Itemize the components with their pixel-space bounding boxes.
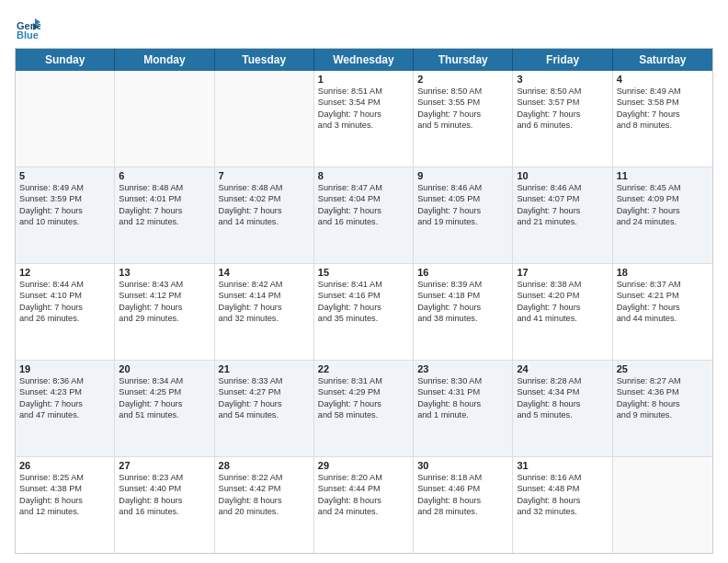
day-cell-6: 6Sunrise: 8:48 AM Sunset: 4:01 PM Daylig… [115, 167, 214, 263]
day-info: Sunrise: 8:23 AM Sunset: 4:40 PM Dayligh… [119, 472, 210, 518]
empty-cell [115, 71, 214, 167]
header-cell-saturday: Saturday [613, 49, 712, 71]
svg-text:Blue: Blue [17, 29, 39, 40]
day-number: 9 [417, 170, 508, 181]
calendar-row-5: 26Sunrise: 8:25 AM Sunset: 4:38 PM Dayli… [16, 457, 712, 553]
day-info: Sunrise: 8:16 AM Sunset: 4:48 PM Dayligh… [517, 472, 608, 518]
empty-cell [215, 71, 314, 167]
calendar-header-row: SundayMondayTuesdayWednesdayThursdayFrid… [16, 49, 712, 71]
day-info: Sunrise: 8:41 AM Sunset: 4:16 PM Dayligh… [318, 279, 409, 325]
day-info: Sunrise: 8:50 AM Sunset: 3:55 PM Dayligh… [417, 86, 508, 132]
day-number: 31 [517, 460, 608, 471]
calendar-row-2: 5Sunrise: 8:49 AM Sunset: 3:59 PM Daylig… [16, 167, 712, 264]
day-number: 10 [517, 170, 608, 181]
day-number: 15 [318, 267, 409, 278]
day-number: 6 [119, 170, 210, 181]
day-number: 28 [219, 460, 310, 471]
day-cell-3: 3Sunrise: 8:50 AM Sunset: 3:57 PM Daylig… [513, 71, 612, 167]
day-cell-2: 2Sunrise: 8:50 AM Sunset: 3:55 PM Daylig… [414, 71, 513, 167]
day-number: 11 [617, 170, 709, 181]
day-info: Sunrise: 8:48 AM Sunset: 4:01 PM Dayligh… [119, 182, 210, 228]
day-number: 4 [617, 74, 709, 85]
day-info: Sunrise: 8:46 AM Sunset: 4:07 PM Dayligh… [517, 182, 608, 228]
day-info: Sunrise: 8:48 AM Sunset: 4:02 PM Dayligh… [219, 182, 310, 228]
calendar-row-1: 1Sunrise: 8:51 AM Sunset: 3:54 PM Daylig… [16, 71, 712, 167]
day-number: 21 [219, 363, 310, 374]
day-info: Sunrise: 8:20 AM Sunset: 4:44 PM Dayligh… [318, 472, 409, 518]
day-info: Sunrise: 8:44 AM Sunset: 4:10 PM Dayligh… [19, 279, 110, 325]
day-cell-13: 13Sunrise: 8:43 AM Sunset: 4:12 PM Dayli… [115, 264, 214, 360]
day-cell-16: 16Sunrise: 8:39 AM Sunset: 4:18 PM Dayli… [414, 264, 513, 360]
day-info: Sunrise: 8:42 AM Sunset: 4:14 PM Dayligh… [219, 279, 310, 325]
day-number: 27 [119, 460, 210, 471]
day-number: 8 [318, 170, 409, 181]
day-cell-21: 21Sunrise: 8:33 AM Sunset: 4:27 PM Dayli… [215, 361, 314, 456]
day-cell-23: 23Sunrise: 8:30 AM Sunset: 4:31 PM Dayli… [414, 361, 513, 456]
day-info: Sunrise: 8:49 AM Sunset: 3:58 PM Dayligh… [617, 86, 709, 132]
logo-icon: General Blue [15, 15, 40, 40]
day-number: 17 [517, 267, 608, 278]
day-number: 14 [219, 267, 310, 278]
day-number: 5 [19, 170, 110, 181]
day-number: 24 [517, 363, 608, 374]
day-number: 3 [517, 74, 608, 85]
day-number: 23 [417, 363, 508, 374]
day-number: 13 [119, 267, 210, 278]
calendar-body: 1Sunrise: 8:51 AM Sunset: 3:54 PM Daylig… [16, 71, 712, 553]
day-info: Sunrise: 8:39 AM Sunset: 4:18 PM Dayligh… [417, 279, 508, 325]
day-cell-22: 22Sunrise: 8:31 AM Sunset: 4:29 PM Dayli… [314, 361, 414, 456]
day-cell-17: 17Sunrise: 8:38 AM Sunset: 4:20 PM Dayli… [513, 264, 612, 360]
day-info: Sunrise: 8:45 AM Sunset: 4:09 PM Dayligh… [617, 182, 709, 228]
header-cell-friday: Friday [513, 49, 612, 71]
day-number: 29 [318, 460, 409, 471]
day-cell-11: 11Sunrise: 8:45 AM Sunset: 4:09 PM Dayli… [613, 167, 712, 263]
day-cell-10: 10Sunrise: 8:46 AM Sunset: 4:07 PM Dayli… [513, 167, 612, 263]
day-number: 12 [19, 267, 110, 278]
day-info: Sunrise: 8:51 AM Sunset: 3:54 PM Dayligh… [318, 86, 409, 132]
day-cell-18: 18Sunrise: 8:37 AM Sunset: 4:21 PM Dayli… [613, 264, 712, 360]
day-cell-25: 25Sunrise: 8:27 AM Sunset: 4:36 PM Dayli… [613, 361, 712, 456]
empty-cell [16, 71, 115, 167]
header-cell-sunday: Sunday [16, 49, 115, 71]
day-info: Sunrise: 8:37 AM Sunset: 4:21 PM Dayligh… [617, 279, 709, 325]
day-number: 25 [617, 363, 709, 374]
day-info: Sunrise: 8:18 AM Sunset: 4:46 PM Dayligh… [417, 472, 508, 518]
day-info: Sunrise: 8:25 AM Sunset: 4:38 PM Dayligh… [19, 472, 110, 518]
day-info: Sunrise: 8:34 AM Sunset: 4:25 PM Dayligh… [119, 375, 210, 421]
day-info: Sunrise: 8:36 AM Sunset: 4:23 PM Dayligh… [19, 375, 110, 421]
header-cell-tuesday: Tuesday [215, 49, 314, 71]
day-number: 22 [318, 363, 409, 374]
day-cell-27: 27Sunrise: 8:23 AM Sunset: 4:40 PM Dayli… [115, 457, 214, 553]
day-cell-19: 19Sunrise: 8:36 AM Sunset: 4:23 PM Dayli… [16, 361, 115, 456]
empty-cell [613, 457, 712, 553]
day-number: 1 [318, 74, 409, 85]
day-cell-7: 7Sunrise: 8:48 AM Sunset: 4:02 PM Daylig… [215, 167, 314, 263]
calendar-row-4: 19Sunrise: 8:36 AM Sunset: 4:23 PM Dayli… [16, 361, 712, 457]
day-cell-12: 12Sunrise: 8:44 AM Sunset: 4:10 PM Dayli… [16, 264, 115, 360]
day-number: 30 [417, 460, 508, 471]
header-cell-monday: Monday [115, 49, 214, 71]
day-cell-31: 31Sunrise: 8:16 AM Sunset: 4:48 PM Dayli… [513, 457, 612, 553]
day-info: Sunrise: 8:30 AM Sunset: 4:31 PM Dayligh… [417, 375, 508, 421]
day-info: Sunrise: 8:22 AM Sunset: 4:42 PM Dayligh… [219, 472, 310, 518]
day-info: Sunrise: 8:27 AM Sunset: 4:36 PM Dayligh… [617, 375, 709, 421]
day-cell-9: 9Sunrise: 8:46 AM Sunset: 4:05 PM Daylig… [414, 167, 513, 263]
day-number: 18 [617, 267, 709, 278]
day-number: 26 [19, 460, 110, 471]
day-cell-5: 5Sunrise: 8:49 AM Sunset: 3:59 PM Daylig… [16, 167, 115, 263]
day-number: 20 [119, 363, 210, 374]
header-cell-thursday: Thursday [414, 49, 513, 71]
day-number: 7 [219, 170, 310, 181]
day-cell-14: 14Sunrise: 8:42 AM Sunset: 4:14 PM Dayli… [215, 264, 314, 360]
day-info: Sunrise: 8:28 AM Sunset: 4:34 PM Dayligh… [517, 375, 608, 421]
day-number: 2 [417, 74, 508, 85]
day-cell-30: 30Sunrise: 8:18 AM Sunset: 4:46 PM Dayli… [414, 457, 513, 553]
day-cell-1: 1Sunrise: 8:51 AM Sunset: 3:54 PM Daylig… [314, 71, 414, 167]
header: General Blue [15, 15, 713, 40]
day-cell-15: 15Sunrise: 8:41 AM Sunset: 4:16 PM Dayli… [314, 264, 414, 360]
day-cell-4: 4Sunrise: 8:49 AM Sunset: 3:58 PM Daylig… [613, 71, 712, 167]
day-cell-24: 24Sunrise: 8:28 AM Sunset: 4:34 PM Dayli… [513, 361, 612, 456]
day-info: Sunrise: 8:47 AM Sunset: 4:04 PM Dayligh… [318, 182, 409, 228]
day-cell-28: 28Sunrise: 8:22 AM Sunset: 4:42 PM Dayli… [215, 457, 314, 553]
day-info: Sunrise: 8:38 AM Sunset: 4:20 PM Dayligh… [517, 279, 608, 325]
